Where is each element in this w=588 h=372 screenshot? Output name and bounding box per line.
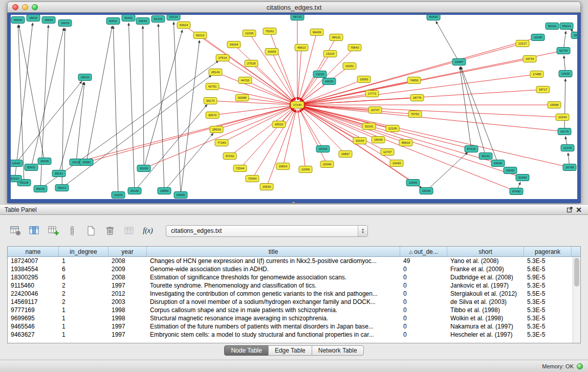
graph-node[interactable]: 28919: [210, 126, 223, 133]
close-panel-button[interactable]: ✕: [574, 206, 583, 214]
table-row[interactable]: 1938455462009Genome-wide association stu…: [8, 265, 580, 273]
column-header-name[interactable]: name: [8, 247, 59, 256]
graph-node[interactable]: 17485: [530, 71, 543, 78]
graph-node[interactable]: 16768: [563, 164, 576, 171]
column-header-title[interactable]: title: [147, 247, 400, 256]
graph-node[interactable]: 70364: [246, 176, 259, 182]
table-scrollbar[interactable]: [573, 257, 580, 343]
graph-node[interactable]: 36173: [204, 98, 217, 104]
column-header-in_degree[interactable]: in_degree: [59, 247, 108, 256]
graph-node[interactable]: 18775: [410, 95, 424, 101]
graph-node[interactable]: 75751: [408, 111, 422, 118]
graph-node[interactable]: 74850: [407, 77, 421, 84]
graph-node[interactable]: 16046: [420, 188, 433, 194]
graph-node[interactable]: 59013: [55, 185, 69, 191]
graph-node[interactable]: 16814: [276, 163, 290, 170]
table-row[interactable]: 946362711997Embryonic stem cells: a mode…: [8, 331, 580, 339]
graph-node[interactable]: 17771: [365, 91, 379, 97]
graph-node[interactable]: 26564: [42, 17, 55, 24]
network-graph-canvas[interactable]: 3664018632265641661960511304611904381334…: [11, 15, 577, 199]
graph-node[interactable]: 16176: [558, 128, 571, 135]
graph-node[interactable]: 18196: [571, 32, 577, 39]
graph-node[interactable]: 97450: [510, 188, 523, 195]
graph-node[interactable]: 16963: [265, 49, 278, 55]
graph-node[interactable]: 72544: [233, 165, 247, 172]
graph-node[interactable]: 26265: [137, 165, 150, 172]
graph-node[interactable]: 15958: [548, 102, 561, 108]
graph-node[interactable]: 16625: [322, 78, 336, 85]
graph-node[interactable]: 55914: [560, 23, 573, 30]
graph-node[interactable]: 27518: [245, 60, 258, 67]
table-row[interactable]: 1830029562008Estimation of significance …: [8, 273, 580, 281]
graph-node[interactable]: 97342: [223, 153, 236, 160]
graph-node[interactable]: 60212: [193, 32, 207, 39]
graph-node[interactable]: 30461: [122, 15, 135, 21]
graph-node[interactable]: 12106: [386, 125, 399, 132]
graph-node[interactable]: 12640: [11, 160, 23, 167]
graph-node[interactable]: 16261: [343, 63, 356, 70]
graph-node[interactable]: 19734: [523, 56, 536, 62]
scrollbar-thumb[interactable]: [574, 258, 579, 287]
graph-node[interactable]: 77183: [215, 140, 228, 146]
column-header-pagerank[interactable]: pagerank: [524, 247, 572, 256]
graph-node[interactable]: 60998: [235, 95, 249, 101]
graph-node[interactable]: 12845: [406, 180, 420, 186]
graph-node[interactable]: 12066: [299, 166, 312, 173]
graph-node[interactable]: 26005: [38, 158, 51, 165]
graph-node[interactable]: 26510: [78, 74, 92, 81]
graph-node[interactable]: 15582: [357, 76, 371, 83]
window-titlebar[interactable]: citations_edges.txt: [7, 2, 581, 13]
graph-node[interactable]: 50931: [25, 164, 38, 171]
graph-node[interactable]: 30672: [206, 112, 219, 119]
table-row[interactable]: 977716911998Corpus callosum shape and si…: [8, 306, 580, 314]
graph-node[interactable]: 18632: [27, 15, 40, 21]
graph-node[interactable]: 17240: [291, 102, 304, 108]
graph-node[interactable]: 16214: [167, 15, 180, 20]
tab-node-table[interactable]: Node Table: [224, 345, 269, 356]
minimize-window-button[interactable]: [22, 4, 28, 10]
row-tools-button[interactable]: [65, 224, 79, 238]
graph-node[interactable]: 16040: [491, 160, 505, 167]
graph-node[interactable]: 15934: [260, 184, 273, 190]
graph-node[interactable]: 10329: [112, 192, 125, 199]
graph-node[interactable]: 36141: [479, 153, 492, 160]
table-row[interactable]: 1456911722003Disruption of a novel membe…: [8, 298, 580, 306]
table-row[interactable]: 946554611997Estimation of the future num…: [8, 322, 580, 331]
graph-node[interactable]: 32161: [362, 123, 376, 130]
graph-node[interactable]: 18717: [536, 86, 550, 93]
graph-node[interactable]: 12103: [561, 145, 574, 151]
graph-node[interactable]: 59035: [34, 186, 47, 192]
graph-node[interactable]: 28143: [209, 69, 222, 76]
graph-node[interactable]: 10344: [556, 114, 569, 121]
create-column-button[interactable]: [46, 224, 60, 238]
table-mode-button[interactable]: [8, 224, 23, 238]
graph-node[interactable]: 16049: [372, 137, 385, 143]
graph-node[interactable]: 55723: [291, 15, 304, 20]
zoom-window-button[interactable]: [32, 4, 38, 10]
table-row[interactable]: 2242004622012Investigating the contribut…: [8, 290, 580, 298]
graph-node[interactable]: 96191: [546, 23, 559, 30]
graph-node[interactable]: 12217: [516, 40, 529, 47]
graph-node[interactable]: 16487: [452, 59, 466, 65]
import-table-button[interactable]: [122, 224, 136, 238]
graph-node[interactable]: 15981: [80, 159, 93, 166]
graph-node[interactable]: 19042: [504, 167, 517, 174]
graph-node[interactable]: 11548: [531, 34, 545, 41]
table-row[interactable]: 1872400712008Changes of HCN gene express…: [8, 257, 580, 265]
graph-node[interactable]: 34204: [227, 41, 241, 48]
graph-node[interactable]: 92450: [516, 174, 529, 181]
graph-node[interactable]: 19860: [158, 188, 171, 194]
graph-node[interactable]: 44720: [238, 77, 252, 84]
tab-edge-table[interactable]: Edge Table: [268, 345, 312, 356]
function-builder-button[interactable]: f(x): [141, 224, 155, 238]
new-table-button[interactable]: [84, 224, 98, 238]
graph-node[interactable]: 12707: [381, 149, 394, 156]
graph-node[interactable]: 96409: [310, 29, 323, 36]
graph-node[interactable]: 92734: [557, 48, 570, 54]
delete-column-button[interactable]: [103, 224, 117, 238]
table-row[interactable]: 911546021997Tourette syndrome. Phenomeno…: [8, 281, 580, 290]
graph-node[interactable]: 22040: [320, 161, 334, 168]
column-header-out_de[interactable]: △out_de...: [400, 247, 447, 256]
graph-node[interactable]: 15344: [316, 146, 330, 152]
graph-node[interactable]: 93805: [174, 192, 187, 199]
